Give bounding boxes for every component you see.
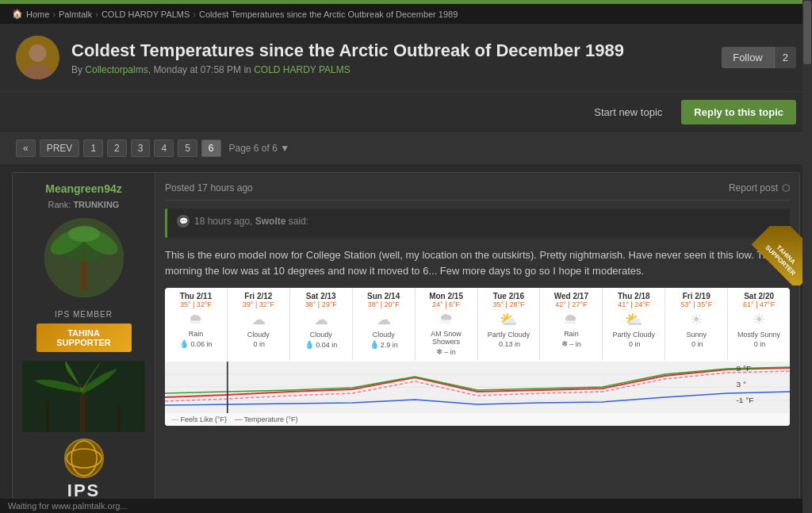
- home-icon: 🏠: [12, 9, 23, 19]
- quote-bubble-icon: 💬: [177, 215, 190, 228]
- day-precip-3: 💧2.9 in: [355, 340, 412, 349]
- temperature-chart: 9 °F 3 ° -1 °F: [165, 362, 790, 413]
- day-name-1: Fri 2/12: [230, 292, 287, 301]
- day-desc-8: Sunny: [668, 331, 725, 339]
- day-desc-3: Cloudy: [355, 331, 412, 339]
- day-icon-7: ⛅: [605, 311, 662, 328]
- topic-meta: By Collectorpalms, Monday at 07:58 PM in…: [71, 64, 624, 75]
- action-bar: Start new topic Reply to this topic: [0, 91, 812, 132]
- quote-attribution: 18 hours ago, Swolte said:: [194, 216, 308, 227]
- day-name-7: Thu 2/18: [605, 292, 662, 301]
- day-desc-2: Cloudy: [293, 331, 350, 339]
- quote-block: 💬 18 hours ago, Swolte said:: [165, 209, 790, 238]
- ips-circle: [64, 438, 104, 478]
- day-icon-8: ☀: [668, 311, 725, 328]
- page-3-button[interactable]: 3: [131, 140, 151, 157]
- svg-point-8: [68, 226, 100, 242]
- svg-text:9 °F: 9 °F: [736, 365, 751, 373]
- day-precip-0: 💧0.06 in: [167, 339, 224, 348]
- post-body: Posted 17 hours ago Report post ⬡ 💬 18 h…: [155, 173, 799, 513]
- author-avatar: [16, 36, 59, 79]
- page-5-button[interactable]: 5: [178, 140, 197, 157]
- day-precip-9: 0 in: [730, 340, 787, 348]
- weather-day-1: Fri 2/12 39° | 32°F ☁ Cloudy 0 in: [228, 288, 290, 360]
- day-temp-5: 35° | 28°F: [481, 301, 538, 308]
- breadcrumb-current: Coldest Temperatures since the Arctic Ou…: [199, 10, 458, 19]
- page-2-button[interactable]: 2: [107, 140, 127, 157]
- reply-to-topic-button[interactable]: Reply to this topic: [681, 100, 796, 124]
- prev-label-button[interactable]: PREV: [40, 140, 80, 157]
- day-icon-3: ☁: [355, 311, 412, 328]
- breadcrumb: 🏠 Home › Palmtalk › COLD HARDY PALMS › C…: [0, 4, 812, 24]
- forum-link[interactable]: COLD HARDY PALMS: [254, 64, 350, 75]
- prev-page-button[interactable]: «: [16, 140, 36, 157]
- day-temp-1: 39° | 32°F: [230, 301, 287, 308]
- day-icon-6: 🌧: [542, 311, 599, 327]
- day-icon-0: 🌧: [167, 311, 224, 327]
- day-name-3: Sun 2/14: [355, 292, 412, 301]
- user-avatar: [44, 218, 124, 297]
- day-name-2: Sat 2/13: [293, 292, 350, 301]
- start-new-topic-button[interactable]: Start new topic: [583, 100, 673, 124]
- legend-feels-like: — Feels Like (°F): [171, 415, 227, 423]
- svg-point-1: [29, 44, 47, 62]
- post-timestamp: Posted 17 hours ago: [165, 182, 253, 193]
- day-icon-9: ☀: [730, 311, 787, 328]
- page-1-button[interactable]: 1: [83, 140, 103, 157]
- day-desc-4: AM Snow Showers: [418, 330, 475, 346]
- palm-image: [22, 361, 145, 432]
- weather-day-2: Sat 2/13 38° | 29°F ☁ Cloudy 💧0.04 in: [290, 288, 353, 360]
- day-precip-8: 0 in: [668, 340, 725, 348]
- day-desc-7: Partly Cloudy: [605, 331, 662, 339]
- follow-button[interactable]: Follow: [722, 47, 774, 68]
- page-4-button[interactable]: 4: [154, 140, 174, 157]
- pagination-bar: « PREV 1 2 3 4 5 6 Page 6 of 6 ▼: [0, 132, 812, 164]
- day-icon-1: ☁: [230, 311, 287, 328]
- main-content: Meangreen94z Rank: TRUNKING IPS MEMBER: [0, 164, 812, 513]
- breadcrumb-cold-hardy[interactable]: COLD HARDY PALMS: [102, 10, 190, 19]
- weather-widget: Thu 2/11 35° | 32°F 🌧 Rain 💧0.06 in Fri …: [165, 288, 790, 426]
- scroll-thumb[interactable]: [803, 1, 811, 64]
- post-sidebar: Meangreen94z Rank: TRUNKING IPS MEMBER: [13, 173, 155, 513]
- weather-day-7: Thu 2/18 41° | 24°F ⛅ Partly Cloudy 0 in: [603, 288, 665, 360]
- day-temp-3: 38° | 20°F: [355, 301, 412, 308]
- day-icon-2: ☁: [293, 311, 350, 328]
- tahina-ribbon: TAHINASUPPORTER: [752, 226, 802, 285]
- day-precip-5: 0.13 in: [481, 340, 538, 348]
- svg-text:3 °: 3 °: [736, 381, 746, 389]
- follow-count: 2: [774, 47, 796, 68]
- svg-rect-11: [46, 400, 49, 432]
- weather-day-0: Thu 2/11 35° | 32°F 🌧 Rain 💧0.06 in: [165, 288, 228, 360]
- breadcrumb-home[interactable]: Home: [26, 10, 49, 19]
- day-precip-4: ❄– in: [418, 347, 475, 356]
- day-name-0: Thu 2/11: [167, 292, 224, 301]
- post-header: Posted 17 hours ago Report post ⬡: [165, 182, 790, 201]
- day-desc-5: Partly Cloudy: [481, 331, 538, 339]
- day-precip-6: ❄– in: [542, 339, 599, 348]
- weather-day-8: Fri 2/19 53° | 35°F ☀ Sunny 0 in: [665, 288, 728, 360]
- day-temp-0: 35° | 32°F: [167, 301, 224, 308]
- breadcrumb-palmtalk[interactable]: Palmtalk: [59, 10, 92, 19]
- ips-member-label: IPS MEMBER: [55, 310, 113, 319]
- day-desc-9: Mostly Sunny: [730, 331, 787, 339]
- day-temp-6: 42° | 27°F: [542, 301, 599, 308]
- day-temp-2: 38° | 29°F: [293, 301, 350, 308]
- share-icon: ⬡: [782, 182, 790, 193]
- legend-temperature: — Temperature (°F): [235, 415, 297, 423]
- weather-day-9: Sat 2/20 61° | 47°F ☀ Mostly Sunny 0 in: [728, 288, 790, 360]
- weather-day-3: Sun 2/14 38° | 20°F ☁ Cloudy 💧2.9 in: [353, 288, 416, 360]
- tahina-badge[interactable]: TAHINASUPPORTER: [36, 323, 132, 352]
- day-temp-8: 53° | 35°F: [668, 301, 725, 308]
- status-bar: Waiting for www.palmtalk.org...: [0, 499, 812, 513]
- day-name-8: Fri 2/19: [668, 292, 725, 301]
- page-6-button[interactable]: 6: [201, 140, 221, 157]
- svg-rect-12: [117, 404, 121, 432]
- svg-point-13: [65, 439, 103, 477]
- report-post-button[interactable]: Report post ⬡: [729, 182, 790, 193]
- topic-header: Coldest Temperatures since the Arctic Ou…: [0, 24, 812, 91]
- post-username[interactable]: Meangreen94z: [45, 182, 121, 195]
- day-desc-6: Rain: [542, 330, 599, 338]
- author-link[interactable]: Collectorpalms: [85, 64, 147, 75]
- day-precip-2: 💧0.04 in: [293, 340, 350, 349]
- scrollbar[interactable]: [802, 0, 812, 513]
